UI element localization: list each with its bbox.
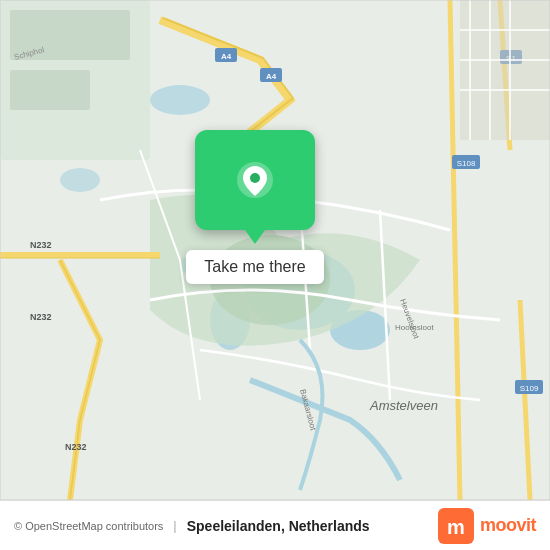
svg-text:A4: A4 bbox=[266, 72, 277, 81]
moovit-m-icon: m bbox=[438, 508, 474, 544]
location-popup[interactable]: Take me there bbox=[155, 130, 355, 284]
svg-text:N232: N232 bbox=[65, 442, 87, 452]
separator: | bbox=[173, 518, 176, 533]
location-name: Speeleilanden, Netherlands bbox=[187, 518, 370, 534]
map-view[interactable]: A4 A4 S108 S109 S1 Amstelveen N232 N232 … bbox=[0, 0, 550, 500]
svg-text:Amstelveen: Amstelveen bbox=[369, 398, 438, 413]
svg-point-24 bbox=[60, 168, 100, 192]
moovit-logo: m moovit bbox=[438, 508, 536, 544]
svg-text:A4: A4 bbox=[221, 52, 232, 61]
popup-label-text: Take me there bbox=[204, 258, 305, 275]
take-me-there-button[interactable]: Take me there bbox=[186, 250, 323, 284]
popup-bubble bbox=[195, 130, 315, 230]
svg-text:S109: S109 bbox=[520, 384, 539, 393]
svg-rect-6 bbox=[10, 70, 90, 110]
bottom-left-info: © OpenStreetMap contributors | Speeleila… bbox=[14, 518, 370, 534]
location-pin-icon bbox=[233, 158, 277, 202]
svg-text:Hoornsloot: Hoornsloot bbox=[395, 323, 434, 332]
svg-rect-25 bbox=[460, 0, 550, 140]
bottom-bar: © OpenStreetMap contributors | Speeleila… bbox=[0, 500, 550, 550]
moovit-brand-text: moovit bbox=[480, 515, 536, 536]
svg-text:S108: S108 bbox=[457, 159, 476, 168]
svg-point-23 bbox=[150, 85, 210, 115]
svg-point-37 bbox=[250, 173, 260, 183]
svg-text:m: m bbox=[447, 516, 465, 538]
svg-text:N232: N232 bbox=[30, 312, 52, 322]
svg-text:N232: N232 bbox=[30, 240, 52, 250]
copyright-text: © OpenStreetMap contributors bbox=[14, 520, 163, 532]
